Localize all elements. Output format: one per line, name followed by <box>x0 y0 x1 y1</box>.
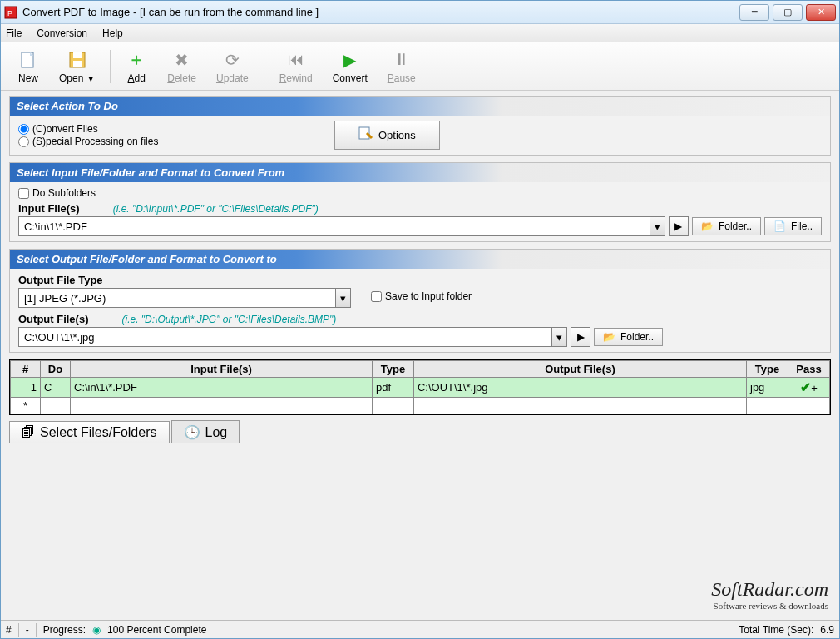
output-type-label: Output File Type <box>18 274 822 286</box>
update-button[interactable]: ⟳ Update <box>206 46 259 87</box>
delete-button[interactable]: ✖ Delete <box>157 46 206 87</box>
tab-select-files[interactable]: 🗐Select Files/Folders <box>9 421 170 443</box>
minimize-button[interactable]: ━ <box>739 4 769 21</box>
radio-special[interactable]: (S)pecial Processing on files <box>18 136 334 147</box>
folder-icon: 📂 <box>603 331 615 343</box>
output-combo[interactable]: C:\OUT\1\*.jpg▾ <box>18 327 567 347</box>
chevron-down-icon: ▼ <box>86 74 95 83</box>
open-button[interactable]: Open▼ <box>49 46 105 87</box>
svg-text:P: P <box>7 9 12 17</box>
input-folder-button[interactable]: 📂Folder.. <box>692 217 761 235</box>
input-hint: (i.e. "D:\Input\*.PDF" or "C:\Files\Deta… <box>113 203 319 215</box>
menu-help[interactable]: Help <box>102 27 123 39</box>
run-output-button[interactable]: ▶ <box>571 327 590 347</box>
output-folder-button[interactable]: 📂Folder.. <box>594 328 663 346</box>
status-hash: # <box>6 624 12 636</box>
check-icon: ✔ <box>800 380 811 394</box>
app-window: P Convert PDF to Image - [I can be run f… <box>0 0 840 639</box>
chevron-down-icon[interactable]: ▾ <box>551 328 566 346</box>
content-area: Select Action To Do (C)onvert Files (S)p… <box>1 91 839 620</box>
chevron-down-icon[interactable]: ▾ <box>335 289 350 307</box>
plus-icon: ＋ <box>126 49 147 71</box>
subfolders-checkbox[interactable]: Do Subfolders <box>18 187 822 199</box>
progress-label: Progress: <box>43 624 86 636</box>
input-label: Input File(s) <box>18 202 80 215</box>
radio-convert[interactable]: (C)onvert Files <box>18 123 334 135</box>
input-section: Select Input File/Folder and Format to C… <box>9 162 831 242</box>
statusbar: # - Progress: ◉ 100 Percent Complete Tot… <box>1 620 839 638</box>
x-icon: ✖ <box>171 49 193 71</box>
new-icon <box>17 49 39 71</box>
copy-icon: 🗐 <box>22 425 35 440</box>
output-type-combo[interactable]: [1] JPEG (*.JPG)▾ <box>18 288 351 308</box>
menu-file[interactable]: File <box>6 27 22 39</box>
svg-rect-5 <box>73 61 82 67</box>
rewind-button[interactable]: ⏮ Rewind <box>269 46 323 87</box>
play-icon: ▶ <box>339 49 361 71</box>
action-section: Select Action To Do (C)onvert Files (S)p… <box>9 96 831 156</box>
refresh-icon: ⟳ <box>221 49 243 71</box>
app-icon: P <box>4 6 17 19</box>
close-button[interactable]: ✕ <box>806 4 836 21</box>
output-section: Select Output File/Folder and Format to … <box>9 249 831 353</box>
time-label: Total Time (Sec): <box>739 624 813 636</box>
grid-header-row: # Do Input File(s) Type Output File(s) T… <box>11 361 830 378</box>
pause-button[interactable]: ⏸ Pause <box>378 46 426 87</box>
chevron-down-icon[interactable]: ▾ <box>650 217 665 235</box>
tools-icon <box>358 126 373 144</box>
progress-text: 100 Percent Complete <box>107 624 206 636</box>
titlebar: P Convert PDF to Image - [I can be run f… <box>1 1 839 24</box>
rewind-icon: ⏮ <box>285 49 307 71</box>
action-header: Select Action To Do <box>10 97 830 116</box>
new-button[interactable]: New <box>7 46 49 87</box>
tab-log[interactable]: 🕒Log <box>171 420 240 443</box>
convert-button[interactable]: ▶ Convert <box>323 46 378 87</box>
save-to-input-checkbox[interactable]: Save to Input folder <box>371 290 472 302</box>
time-value: 6.9 <box>820 624 834 636</box>
table-row[interactable]: 1 C C:\in\1\*.PDF pdf C:\OUT\1\*.jpg jpg… <box>11 378 830 398</box>
brand-watermark: SoftRadar.com Software reviews & downloa… <box>711 578 828 611</box>
folder-icon: 📂 <box>701 220 714 232</box>
status-dash: - <box>26 624 29 636</box>
maximize-button[interactable]: ▢ <box>773 4 803 21</box>
input-file-button[interactable]: 📄File.. <box>764 217 822 235</box>
globe-icon: ◉ <box>92 624 101 636</box>
input-combo[interactable]: C:\in\1\*.PDF▾ <box>18 216 665 236</box>
run-input-button[interactable]: ▶ <box>669 216 689 236</box>
bottom-tabs: 🗐Select Files/Folders 🕒Log <box>9 420 831 443</box>
menubar: File Conversion Help <box>1 24 839 42</box>
table-new-row[interactable]: * <box>11 398 830 414</box>
input-header: Select Input File/Folder and Format to C… <box>10 163 830 182</box>
file-icon: 📄 <box>773 220 786 232</box>
pause-icon: ⏸ <box>391 49 413 71</box>
svg-rect-4 <box>73 52 82 58</box>
output-hint: (i.e. "D:\Output\*.JPG" or "C:\Files\Det… <box>122 314 337 325</box>
output-label: Output File(s) <box>18 313 89 325</box>
window-title: Convert PDF to Image - [I can be run fro… <box>22 6 739 18</box>
save-icon <box>67 49 88 71</box>
clock-icon: 🕒 <box>184 424 200 440</box>
menu-conversion[interactable]: Conversion <box>37 27 87 39</box>
toolbar: New Open▼ ＋ Add ✖ Delete ⟳ Update ⏮ Rewi… <box>1 42 839 91</box>
options-button[interactable]: Options <box>334 121 440 150</box>
add-button[interactable]: ＋ Add <box>116 46 157 87</box>
output-header: Select Output File/Folder and Format to … <box>10 250 830 269</box>
files-grid[interactable]: # Do Input File(s) Type Output File(s) T… <box>9 359 831 415</box>
